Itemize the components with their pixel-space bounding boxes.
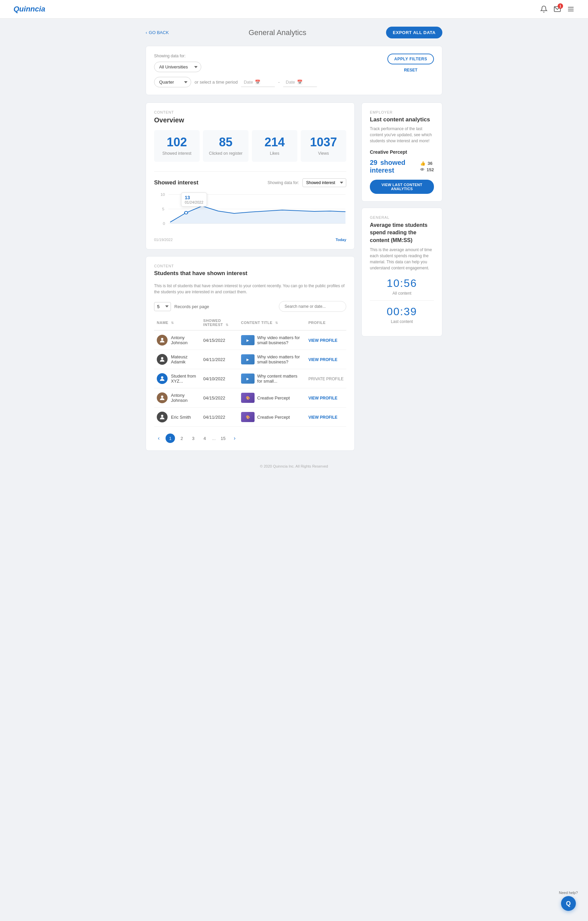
filter-panel: Showing data for: All UniversitiesUniver… <box>146 46 442 95</box>
view-last-analytics-button[interactable]: VIEW LAST CONTENT ANALYTICS <box>370 180 434 194</box>
filter-row2: QuarterMonthWeekCustom or select a time … <box>154 77 377 87</box>
main-container: ‹ GO BACK General Analytics EXPORT ALL D… <box>139 18 449 495</box>
stat-box-interest: 102 Showed interest <box>154 130 200 162</box>
chart-filter-select[interactable]: Showed interest <box>303 178 346 187</box>
date-start-text: Date <box>244 80 253 85</box>
mail-badge: 1 <box>558 3 563 9</box>
content-cell: ▶ Why content matters for small... <box>241 374 303 384</box>
general-title: Average time students spend reading the … <box>370 221 434 244</box>
sort-interest-icon[interactable]: ⇅ <box>226 323 229 327</box>
employer-interest-count: 29 showed interest <box>370 159 415 174</box>
apply-filters-button[interactable]: APPLY FILTERS <box>388 54 434 64</box>
students-section-title: Students that have shown interest <box>154 270 346 277</box>
svg-point-14 <box>161 395 163 398</box>
profile-link[interactable]: VIEW PROFILE <box>308 415 337 420</box>
date-start-input[interactable]: Date 📅 <box>241 78 275 87</box>
likes-stat: 👍 36 <box>420 161 434 166</box>
table-cell-profile[interactable]: VIEW PROFILE <box>306 388 346 408</box>
table-cell-profile[interactable]: VIEW PROFILE <box>306 350 346 369</box>
content-title-text: Why content matters for small... <box>257 374 303 384</box>
table-cell-name: Student from XYZ... <box>154 369 200 388</box>
page-1-button[interactable]: 1 <box>166 433 175 443</box>
stats-row: 102 Showed interest 85 Clicked on regist… <box>154 130 346 162</box>
employer-desc: Track performance of the last content yo… <box>370 126 434 144</box>
sort-content-icon[interactable]: ⇅ <box>275 321 278 325</box>
page-3-button[interactable]: 3 <box>189 433 198 443</box>
menu-icon[interactable] <box>567 5 575 13</box>
profile-link[interactable]: VIEW PROFILE <box>308 338 337 343</box>
chart-showing-label: Showing data for: <box>268 181 299 185</box>
thumb-icon: ▶ <box>246 358 249 361</box>
page-4-button[interactable]: 4 <box>200 433 209 443</box>
filter-label: Showing data for: <box>154 54 377 58</box>
svg-text:0: 0 <box>163 222 165 226</box>
student-search-input[interactable] <box>279 301 346 312</box>
stat-box-views: 1037 Views <box>301 130 346 162</box>
reset-button[interactable]: RESET <box>404 68 417 73</box>
pagination: ‹ 1 2 3 4 ... 15 › <box>154 433 346 443</box>
table-cell-content: 🎨 Creative Percept <box>238 388 306 408</box>
table-cell-content: ▶ Why video matters for small business? <box>238 350 306 369</box>
stat-box-register: 85 Clicked on register <box>203 130 249 162</box>
general-label: GENERAL <box>370 215 434 220</box>
col-interest: SHOWED INTEREST ⇅ <box>200 315 238 330</box>
go-back-link[interactable]: ‹ GO BACK <box>146 30 169 35</box>
time-last-value: 00:39 <box>370 306 434 318</box>
date-end-text: Date <box>286 80 295 85</box>
content-thumbnail: ▶ <box>241 354 254 364</box>
thumb-icon: 🎨 <box>246 396 250 400</box>
content-thumbnail: ▶ <box>241 335 254 345</box>
general-desc: This is the average amount of time each … <box>370 247 434 271</box>
col-profile: PROFILE <box>306 315 346 330</box>
university-select[interactable]: All UniversitiesUniversity AUniversity B <box>154 62 201 72</box>
views-stat: 👁 152 <box>420 167 434 172</box>
page-2-button[interactable]: 2 <box>177 433 186 443</box>
prev-page-button[interactable]: ‹ <box>154 433 163 443</box>
profile-link[interactable]: VIEW PROFILE <box>308 357 337 362</box>
today-link[interactable]: Today <box>336 238 346 242</box>
mail-icon[interactable]: 1 <box>554 5 561 13</box>
table-cell-content: 🎨 Creative Percept <box>238 408 306 427</box>
table-cell-date: 04/15/2022 <box>200 330 238 350</box>
content-thumbnail: 🎨 <box>241 412 254 422</box>
student-name-text: Student from XYZ... <box>171 374 198 384</box>
filter-right: APPLY FILTERS RESET <box>377 54 434 73</box>
svg-text:5: 5 <box>162 207 165 211</box>
svg-point-13 <box>161 376 163 379</box>
date-dash: - <box>278 80 280 85</box>
period-select[interactable]: QuarterMonthWeekCustom <box>154 77 191 87</box>
eye-icon: 👁 <box>420 167 425 172</box>
stat-label-register: Clicked on register <box>208 151 244 156</box>
content-overview-card: CONTENT Overview 102 Showed interest 85 … <box>146 103 355 249</box>
next-page-button[interactable]: › <box>230 433 239 443</box>
export-all-data-button[interactable]: EXPORT ALL DATA <box>386 27 442 38</box>
student-name-text: Antony Johnson <box>171 393 198 403</box>
sort-name-icon[interactable]: ⇅ <box>171 321 174 325</box>
page-dots: ... <box>212 436 217 441</box>
chart-area: 13 01/24/2022 10 5 0 <box>154 192 346 236</box>
stat-number-likes: 214 <box>257 136 293 148</box>
table-cell-profile[interactable]: VIEW PROFILE <box>306 408 346 427</box>
two-column-layout: CONTENT Overview 102 Showed interest 85 … <box>146 103 442 451</box>
page-15-button[interactable]: 15 <box>218 433 228 443</box>
col-content: CONTENT TITLE ⇅ <box>238 315 306 330</box>
table-cell-profile[interactable]: VIEW PROFILE <box>306 330 346 350</box>
stat-box-likes: 214 Likes <box>252 130 297 162</box>
table-cell-profile[interactable]: PRIVATE PROFILE <box>306 369 346 388</box>
profile-link[interactable]: PRIVATE PROFILE <box>308 377 344 381</box>
records-per-page-select[interactable]: 5102550 <box>154 302 171 311</box>
table-row: Mateusz Adamik 04/11/2022 ▶ Why video ma… <box>154 350 346 369</box>
employer-label: EMPLOYER <box>370 110 434 114</box>
bell-icon[interactable] <box>540 5 547 13</box>
student-name-text: Mateusz Adamik <box>171 354 198 364</box>
overview-title: Overview <box>154 116 346 124</box>
header-icons: 1 <box>540 5 575 13</box>
content-thumbnail: ▶ <box>241 374 254 384</box>
table-cell-date: 04/15/2022 <box>200 388 238 408</box>
avatar <box>157 392 168 403</box>
profile-link[interactable]: VIEW PROFILE <box>308 396 337 400</box>
table-cell-name: Antony Johnson <box>154 330 200 350</box>
content-title-text: Creative Percept <box>257 415 290 420</box>
date-end-input[interactable]: Date 📅 <box>283 78 317 87</box>
students-description: This is list of students that have shown… <box>154 283 346 295</box>
